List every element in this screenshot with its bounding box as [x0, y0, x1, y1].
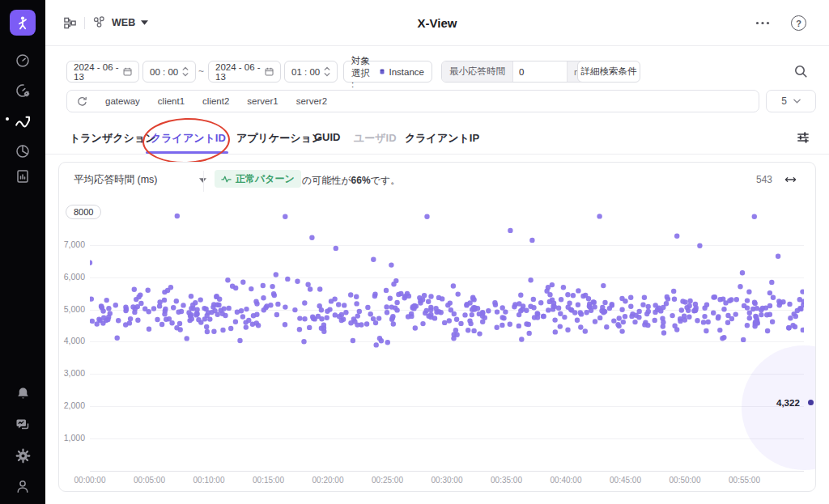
start-time-input[interactable]: 00 : 00: [142, 61, 196, 83]
point-count: 543: [756, 174, 772, 185]
confidence-text: の可能性が66%です。: [302, 174, 400, 188]
min-response-group: 最小応答時間 ms: [441, 61, 593, 83]
topbar-divider: [45, 45, 829, 46]
node-item[interactable]: server2: [296, 96, 327, 106]
x-tick-label: 00:05:00: [134, 476, 165, 485]
person-icon: [15, 478, 31, 494]
calendar-icon: [265, 66, 274, 77]
sidebar-item-feedback[interactable]: [0, 414, 45, 435]
time-stepper-icon: [182, 66, 189, 77]
pattern-status-badge: 正常パターン: [215, 170, 301, 188]
point-count-control[interactable]: 543: [756, 174, 797, 185]
whatap-logo[interactable]: [10, 10, 36, 36]
metric-dropdown[interactable]: 平均応答時間 (ms): [74, 173, 206, 187]
sidebar-item-settings[interactable]: [0, 445, 45, 466]
confidence-value: 66%: [351, 175, 371, 186]
node-item[interactable]: server1: [247, 96, 278, 106]
y-tick-label: 1,000: [59, 433, 85, 443]
scatter-plot[interactable]: [90, 213, 804, 471]
node-item[interactable]: client2: [202, 96, 229, 106]
metric-label: 平均応答時間 (ms): [74, 173, 157, 187]
gauge-icon: [15, 53, 31, 69]
chevron-down-icon: [793, 99, 801, 104]
sidebar-item-analysis[interactable]: [0, 80, 45, 101]
x-axis-line: [90, 471, 804, 472]
bell-icon: [15, 386, 31, 401]
y-tick-label: 3,000: [59, 368, 85, 378]
end-date-input[interactable]: 2024 - 06 - 13: [208, 61, 281, 83]
x-tick-label: 00:00:00: [74, 476, 106, 485]
resize-horizontal-icon: [784, 176, 797, 184]
time-stepper-icon: [324, 66, 330, 77]
sidebar-item-account[interactable]: [0, 476, 45, 497]
x-tick-label: 00:40:00: [551, 476, 582, 485]
tab-client-id[interactable]: クライアントID: [151, 131, 226, 146]
help-icon[interactable]: ?: [791, 15, 806, 31]
tab-guid[interactable]: GUID: [314, 131, 341, 143]
tab-application[interactable]: アプリケーション: [236, 131, 322, 146]
sidebar-item-statistics[interactable]: [0, 141, 45, 162]
sidebar: [0, 0, 45, 504]
node-filter-bar: gateway client1 client2 server1 server2: [66, 90, 759, 112]
x-tick-label: 00:55:00: [729, 476, 760, 485]
y-tick-label: 5,000: [59, 304, 85, 314]
x-tick-label: 00:45:00: [610, 476, 641, 485]
tab-transaction[interactable]: トランザクション: [70, 131, 155, 146]
y-tick-label: 4,000: [59, 336, 85, 345]
report-icon: [15, 168, 31, 184]
pie-chart-icon: [15, 143, 31, 159]
x-tick-label: 00:20:00: [312, 476, 344, 485]
xview-app: WEB X-View ? 2024 - 06 - 13 00 : 00 ~ 20…: [0, 0, 829, 504]
header-separator: [203, 171, 204, 192]
node-item[interactable]: gateway: [105, 96, 140, 106]
calendar-icon: [123, 66, 132, 77]
more-menu-icon[interactable]: [755, 21, 770, 25]
x-tick-label: 00:10:00: [193, 476, 225, 485]
highlight-point: [808, 400, 814, 405]
start-date-input[interactable]: 2024 - 06 - 13: [66, 61, 139, 83]
xview-scatter-icon: [15, 113, 32, 130]
gear-icon: [15, 448, 31, 464]
normal-pattern-icon: [221, 174, 232, 184]
advanced-search-button[interactable]: 詳細検索条件: [577, 61, 640, 83]
tab-user-id[interactable]: ユーザID: [354, 131, 397, 146]
sidebar-item-alerts[interactable]: [0, 383, 45, 404]
xview-chart-card: 平均応答時間 (ms) 正常パターン の可能性が66%です。 543 8000: [58, 162, 816, 492]
chat-trend-icon: [15, 417, 31, 433]
end-time-input[interactable]: 01 : 00: [284, 61, 338, 83]
y-tick-label: 7,000: [59, 239, 85, 249]
highlight-value-label: 4,322: [776, 398, 800, 408]
tab-client-ip[interactable]: クライアントIP: [405, 131, 479, 146]
y-tick-label: 6,000: [59, 272, 85, 282]
search-icon[interactable]: [793, 64, 808, 78]
node-item[interactable]: client1: [158, 96, 185, 106]
x-tick-label: 00:50:00: [670, 476, 701, 485]
target-select-value: Instance: [389, 67, 424, 77]
target-select-button[interactable]: 対象選択 : Instance: [343, 61, 432, 83]
gauge-gear-icon: [15, 83, 31, 99]
x-tick-label: 00:30:00: [432, 476, 463, 485]
y-tick-label: 2,000: [59, 400, 85, 410]
date-range-separator: ~: [198, 66, 204, 77]
target-select-label: 対象選択 :: [351, 55, 375, 89]
active-tab-underline: [146, 151, 228, 154]
x-tick-label: 00:15:00: [253, 476, 284, 485]
x-tick-label: 00:25:00: [372, 476, 403, 485]
refresh-icon[interactable]: [77, 96, 87, 107]
page-title: X-View: [45, 16, 829, 30]
chart-options-sliders-icon[interactable]: [797, 131, 810, 144]
instance-db-icon: [380, 66, 385, 77]
page-size-select[interactable]: 5: [766, 90, 816, 112]
tabs-divider: [45, 154, 829, 155]
person-figure-icon: [15, 15, 31, 31]
min-response-label: 最小応答時間: [442, 61, 513, 82]
sidebar-item-report[interactable]: [0, 166, 45, 187]
sidebar-item-xview[interactable]: [0, 111, 45, 132]
x-tick-label: 00:35:00: [491, 476, 522, 485]
min-response-input[interactable]: [513, 61, 567, 82]
sidebar-item-dashboard[interactable]: [0, 50, 45, 71]
